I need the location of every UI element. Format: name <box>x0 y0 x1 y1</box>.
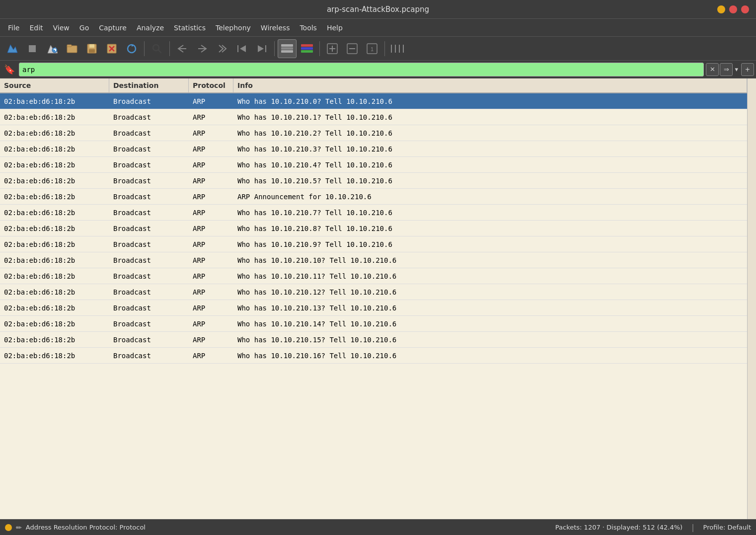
coloring-rules-button[interactable] <box>298 39 316 58</box>
close-button[interactable] <box>741 5 749 13</box>
col-header-info[interactable]: Info <box>233 78 747 92</box>
td-info: Who has 10.10.210.16? Tell 10.10.210.6 <box>233 348 747 363</box>
menu-tools[interactable]: Tools <box>295 22 322 34</box>
zoom-out-button[interactable] <box>343 39 362 58</box>
svg-rect-3 <box>67 45 72 47</box>
td-destination: Broadcast <box>109 173 189 188</box>
save-button[interactable] <box>82 39 101 58</box>
td-info: Who has 10.10.210.3? Tell 10.10.210.6 <box>233 141 747 156</box>
td-protocol: ARP <box>189 236 233 252</box>
td-destination: Broadcast <box>109 189 189 204</box>
menu-statistics[interactable]: Statistics <box>169 22 211 34</box>
resize-columns-button[interactable] <box>388 39 407 58</box>
start-capture-button[interactable] <box>3 39 22 58</box>
td-protocol: ARP <box>189 125 233 141</box>
menu-file[interactable]: File <box>3 22 24 34</box>
first-button[interactable] <box>232 39 251 58</box>
col-header-source[interactable]: Source <box>0 78 109 92</box>
title-bar: arp-scan-AttackBox.pcapng <box>0 0 756 19</box>
table-row[interactable]: 02:ba:eb:d6:18:2bBroadcastARPWho has 10.… <box>0 109 747 125</box>
table-row[interactable]: 02:ba:eb:d6:18:2bBroadcastARPWho has 10.… <box>0 316 747 332</box>
td-destination: Broadcast <box>109 348 189 363</box>
find-button[interactable] <box>148 39 166 58</box>
restart-capture-button[interactable] <box>43 39 62 58</box>
maximize-button[interactable] <box>729 5 737 13</box>
forward-button[interactable] <box>193 39 212 58</box>
td-protocol: ARP <box>189 316 233 331</box>
filter-arrow-button[interactable]: ⇒ <box>720 63 733 76</box>
menu-go[interactable]: Go <box>75 22 94 34</box>
col-header-destination[interactable]: Destination <box>109 78 189 92</box>
table-row[interactable]: 02:ba:eb:d6:18:2bBroadcastARPWho has 10.… <box>0 205 747 221</box>
table-row[interactable]: 02:ba:eb:d6:18:2bBroadcastARPWho has 10.… <box>0 284 747 300</box>
table-body[interactable]: 02:ba:eb:d6:18:2bBroadcastARPWho has 10.… <box>0 93 747 519</box>
td-info: Who has 10.10.210.8? Tell 10.10.210.6 <box>233 221 747 236</box>
filter-add-button[interactable]: + <box>741 63 754 76</box>
td-info: Who has 10.10.210.5? Tell 10.10.210.6 <box>233 173 747 188</box>
td-destination: Broadcast <box>109 141 189 156</box>
back-button[interactable] <box>173 39 192 58</box>
last-button[interactable] <box>252 39 271 58</box>
td-destination: Broadcast <box>109 125 189 141</box>
menu-edit[interactable]: Edit <box>24 22 48 34</box>
td-source: 02:ba:eb:d6:18:2b <box>0 268 109 284</box>
svg-rect-18 <box>281 47 293 50</box>
filter-bookmark-icon: 🔖 <box>2 64 17 75</box>
colorize-button[interactable] <box>278 39 297 58</box>
menu-help[interactable]: Help <box>322 22 348 34</box>
td-protocol: ARP <box>189 221 233 236</box>
reload-button[interactable] <box>122 39 141 58</box>
menu-wireless[interactable]: Wireless <box>256 22 295 34</box>
svg-rect-19 <box>281 50 293 53</box>
stop-capture-button[interactable] <box>23 39 42 58</box>
td-protocol: ARP <box>189 173 233 188</box>
menu-view[interactable]: View <box>48 22 75 34</box>
minimize-button[interactable] <box>717 5 725 13</box>
table-row[interactable]: 02:ba:eb:d6:18:2bBroadcastARPWho has 10.… <box>0 141 747 157</box>
td-destination: Broadcast <box>109 221 189 236</box>
open-file-button[interactable] <box>63 39 81 58</box>
table-row[interactable]: 02:ba:eb:d6:18:2bBroadcastARPWho has 10.… <box>0 125 747 141</box>
col-header-protocol[interactable]: Protocol <box>189 78 233 92</box>
td-destination: Broadcast <box>109 300 189 315</box>
td-destination: Broadcast <box>109 157 189 172</box>
menu-capture[interactable]: Capture <box>94 22 132 34</box>
zoom-normal-button[interactable]: 1 <box>363 39 381 58</box>
td-destination: Broadcast <box>109 284 189 300</box>
td-protocol: ARP <box>189 109 233 125</box>
filter-clear-button[interactable]: ✕ <box>706 63 719 76</box>
status-packets-text: Packets: 1207 · Displayed: 512 (42.4%) <box>555 524 682 531</box>
table-row[interactable]: 02:ba:eb:d6:18:2bBroadcastARPWho has 10.… <box>0 93 747 109</box>
main-content: Source Destination Protocol Info 02:ba:e… <box>0 78 756 519</box>
menu-analyze[interactable]: Analyze <box>132 22 169 34</box>
table-row[interactable]: 02:ba:eb:d6:18:2bBroadcastARPWho has 10.… <box>0 348 747 364</box>
status-profile-text: Profile: Default <box>703 524 751 531</box>
filter-actions: ✕ ⇒ ▾ <box>706 63 739 76</box>
filter-separator: ▾ <box>734 66 739 73</box>
table-row[interactable]: 02:ba:eb:d6:18:2bBroadcastARPWho has 10.… <box>0 173 747 189</box>
td-protocol: ARP <box>189 268 233 284</box>
table-row[interactable]: 02:ba:eb:d6:18:2bBroadcastARPARP Announc… <box>0 189 747 205</box>
td-protocol: ARP <box>189 332 233 347</box>
td-info: Who has 10.10.210.1? Tell 10.10.210.6 <box>233 109 747 125</box>
toolbar-separator-3 <box>274 41 275 56</box>
td-destination: Broadcast <box>109 236 189 252</box>
jump-button[interactable] <box>213 39 231 58</box>
svg-point-1 <box>52 48 57 53</box>
table-row[interactable]: 02:ba:eb:d6:18:2bBroadcastARPWho has 10.… <box>0 221 747 236</box>
table-row[interactable]: 02:ba:eb:d6:18:2bBroadcastARPWho has 10.… <box>0 268 747 284</box>
menu-telephony[interactable]: Telephony <box>211 22 256 34</box>
table-row[interactable]: 02:ba:eb:d6:18:2bBroadcastARPWho has 10.… <box>0 252 747 268</box>
table-row[interactable]: 02:ba:eb:d6:18:2bBroadcastARPWho has 10.… <box>0 300 747 316</box>
table-row[interactable]: 02:ba:eb:d6:18:2bBroadcastARPWho has 10.… <box>0 157 747 173</box>
td-info: ARP Announcement for 10.10.210.6 <box>233 189 747 204</box>
table-row[interactable]: 02:ba:eb:d6:18:2bBroadcastARPWho has 10.… <box>0 332 747 348</box>
filter-input[interactable] <box>19 63 704 76</box>
td-info: Who has 10.10.210.0? Tell 10.10.210.6 <box>233 93 747 109</box>
table-row[interactable]: 02:ba:eb:d6:18:2bBroadcastARPWho has 10.… <box>0 236 747 252</box>
status-divider: | <box>691 523 694 532</box>
zoom-in-button[interactable] <box>323 39 342 58</box>
svg-rect-21 <box>301 47 313 50</box>
close-file-button[interactable] <box>102 39 121 58</box>
td-source: 02:ba:eb:d6:18:2b <box>0 300 109 315</box>
